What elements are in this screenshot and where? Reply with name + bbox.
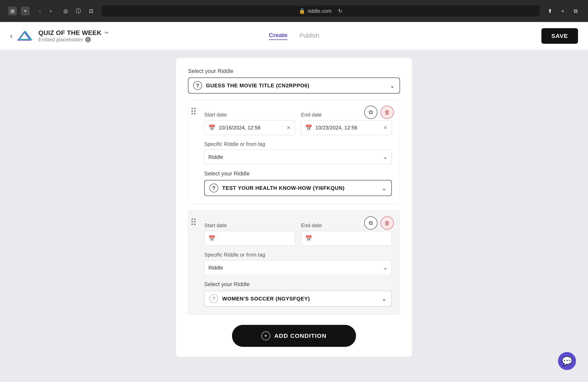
block-1-start-field: Start date 📅 10/16/2024, 12:56 ✕ xyxy=(204,112,295,135)
top-riddle-section: Select your Riddle ? GUESS THE MOVIE TIT… xyxy=(188,68,400,94)
block-1-end-input[interactable]: 📅 10/23/2024, 12:56 ✕ xyxy=(301,120,392,135)
condition-block-1: ⧉ 🗑 Start date 📅 10/16/2024, 12:56 ✕ End xyxy=(188,99,400,204)
block-2-copy-btn[interactable]: ⧉ xyxy=(364,216,378,229)
drag-dot xyxy=(191,224,193,225)
block-1-end-value: 10/23/2024, 12:56 xyxy=(315,125,380,131)
browser-chrome: ▤ ▾ ‹ › ◎ ⓘ ⊡ 🔒 riddle.com ↻ ⬆ + ⧉ xyxy=(0,0,588,22)
block-1-actions: ⧉ 🗑 xyxy=(364,106,394,119)
drag-dot xyxy=(191,221,193,223)
drag-dot xyxy=(194,221,196,223)
drag-dot xyxy=(191,108,193,109)
calendar-icon: 📅 xyxy=(305,124,312,131)
block-2-dates: Start date 📅 End date 📅 xyxy=(204,222,392,246)
browser-navigation: ‹ › xyxy=(36,7,55,15)
block-2-actions: ⧉ 🗑 xyxy=(364,216,394,229)
riddle-icon: ? xyxy=(210,294,218,303)
block-1-tag-value: Riddle xyxy=(209,154,223,160)
save-button[interactable]: SAVE xyxy=(541,28,578,44)
block-2-start-label: Start date xyxy=(204,222,295,229)
extension-icon-1[interactable]: ◎ xyxy=(61,7,70,15)
riddle-icon: ? xyxy=(210,184,218,192)
calendar-icon: 📅 xyxy=(209,235,215,242)
url-text: riddle.com xyxy=(308,8,332,14)
block-2-specific-label: Specific Riddle or from tag xyxy=(204,252,392,258)
app-header: ‹ QUIZ OF THE WEEK ✏ Embed placeholder i… xyxy=(0,22,588,50)
block-2-tag-select[interactable]: Riddle ⌄ xyxy=(204,260,392,275)
block-1-start-value: 10/16/2024, 12:56 xyxy=(219,125,283,131)
block-1-end-clear[interactable]: ✕ xyxy=(383,125,388,131)
sidebar-toggle-btn[interactable]: ▤ xyxy=(8,7,17,15)
condition-block-2: ⧉ 🗑 Start date 📅 End date � xyxy=(188,210,400,315)
main-content: Select your Riddle ? GUESS THE MOVIE TIT… xyxy=(0,50,588,382)
block-1-tag-select[interactable]: Riddle ⌄ xyxy=(204,150,392,164)
block-1-riddle-chevron: ⌄ xyxy=(382,185,387,191)
block-2-start-input[interactable]: 📅 xyxy=(204,231,295,246)
nav-create[interactable]: Create xyxy=(269,32,287,40)
nav-publish[interactable]: Publish xyxy=(299,32,319,40)
block-1-copy-btn[interactable]: ⧉ xyxy=(364,106,378,119)
chat-button[interactable]: 💬 xyxy=(558,352,576,370)
address-bar[interactable]: 🔒 riddle.com ↻ xyxy=(102,6,540,16)
drag-dot xyxy=(194,218,196,220)
block-1-specific-label: Specific Riddle or from tag xyxy=(204,141,392,147)
add-condition-button[interactable]: + ADD CONDITION xyxy=(232,325,356,347)
block-1-start-label: Start date xyxy=(204,112,295,118)
block-1-riddle-btn[interactable]: ? TEST YOUR HEALTH KNOW-HOW (YI6FKQUN) ⌄ xyxy=(204,180,392,196)
block-2-specific-section: Specific Riddle or from tag Riddle ⌄ xyxy=(204,252,392,275)
block-1-riddle-section: Select your Riddle ? TEST YOUR HEALTH KN… xyxy=(204,171,392,196)
block-2-delete-btn[interactable]: 🗑 xyxy=(381,216,394,229)
app-title-row: QUIZ OF THE WEEK ✏ xyxy=(38,29,109,37)
block-2-riddle-chevron: ⌄ xyxy=(382,295,387,302)
new-tab-btn[interactable]: + xyxy=(558,7,567,15)
drag-dot xyxy=(191,218,193,220)
back-nav-btn[interactable]: ‹ xyxy=(36,7,44,15)
plus-icon: + xyxy=(261,331,270,340)
block-2-riddle-section: Select your Riddle ? WOMEN'S SOCCER (NGY… xyxy=(204,281,392,307)
drag-dot xyxy=(194,108,196,109)
drag-dot xyxy=(191,110,193,112)
block-1-start-clear[interactable]: ✕ xyxy=(286,125,291,131)
drag-dot xyxy=(191,113,193,115)
drag-handle-1[interactable] xyxy=(191,108,196,115)
riddle-question-icon: ? xyxy=(193,81,202,90)
back-arrow-btn[interactable]: ‹ xyxy=(10,32,12,40)
top-riddle-title: GUESS THE MOVIE TITLE (CN2RPPO6) xyxy=(206,82,386,89)
window-dropdown-btn[interactable]: ▾ xyxy=(21,7,30,15)
block-1-delete-btn[interactable]: 🗑 xyxy=(381,106,394,119)
browser-actions: ⬆ + ⧉ xyxy=(546,7,580,15)
top-riddle-label: Select your Riddle xyxy=(188,68,400,74)
block-1-specific-section: Specific Riddle or from tag Riddle ⌄ xyxy=(204,141,392,164)
tabs-btn[interactable]: ⧉ xyxy=(571,7,580,15)
extension-icon-2[interactable]: ⓘ xyxy=(74,7,83,15)
browser-window-controls: ▤ ▾ xyxy=(8,7,30,15)
block-2-end-input[interactable]: 📅 xyxy=(301,231,392,246)
extension-icon-3[interactable]: ⊡ xyxy=(87,7,96,15)
edit-title-icon[interactable]: ✏ xyxy=(105,30,109,36)
block-2-tag-chevron: ⌄ xyxy=(383,265,388,271)
browser-toolbar-icons: ◎ ⓘ ⊡ xyxy=(61,7,96,15)
top-riddle-select-btn[interactable]: ? GUESS THE MOVIE TITLE (CN2RPPO6) ⌄ xyxy=(188,77,400,94)
drag-dot xyxy=(194,224,196,225)
reload-icon[interactable]: ↻ xyxy=(338,8,342,14)
header-nav: Create Publish xyxy=(269,32,319,40)
forward-nav-btn[interactable]: › xyxy=(46,7,55,15)
block-2-tag-value: Riddle xyxy=(209,265,223,271)
block-2-start-field: Start date 📅 xyxy=(204,222,295,246)
app-title: QUIZ OF THE WEEK xyxy=(38,29,102,37)
block-2-riddle-btn[interactable]: ? WOMEN'S SOCCER (NGYSFQEY) ⌄ xyxy=(204,291,392,307)
block-1-tag-chevron: ⌄ xyxy=(383,154,388,160)
drag-dot xyxy=(194,110,196,112)
add-condition-label: ADD CONDITION xyxy=(274,332,326,339)
lock-icon: 🔒 xyxy=(299,8,305,14)
drag-handle-2[interactable] xyxy=(191,218,196,225)
top-riddle-chevron: ⌄ xyxy=(390,82,395,89)
info-icon[interactable]: i xyxy=(85,37,91,42)
share-btn[interactable]: ⬆ xyxy=(546,7,554,15)
content-card: Select your Riddle ? GUESS THE MOVIE TIT… xyxy=(176,58,412,357)
app-subtitle: Embed placeholder i xyxy=(38,37,109,43)
block-2-riddle-label: Select your Riddle xyxy=(204,281,392,287)
block-1-riddle-label: Select your Riddle xyxy=(204,171,392,177)
drag-dot xyxy=(194,113,196,115)
block-1-dates: Start date 📅 10/16/2024, 12:56 ✕ End dat… xyxy=(204,112,392,135)
block-1-start-input[interactable]: 📅 10/16/2024, 12:56 ✕ xyxy=(204,120,295,135)
